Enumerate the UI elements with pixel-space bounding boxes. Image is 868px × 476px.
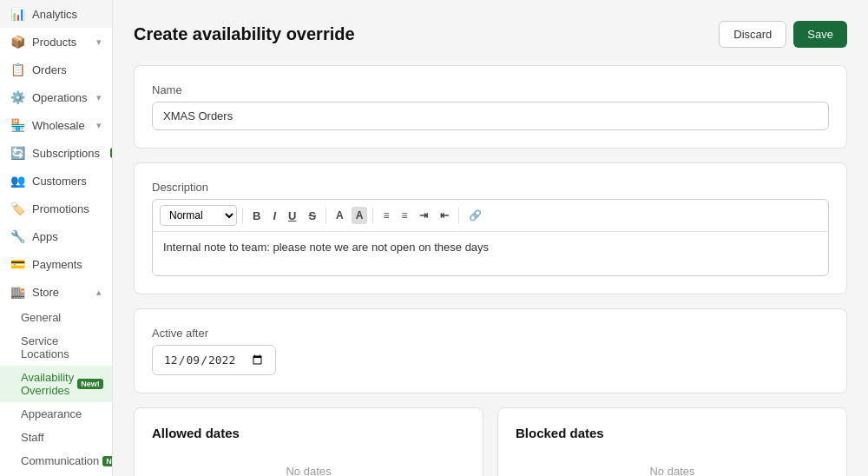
- highlight-button[interactable]: A: [352, 207, 368, 224]
- subscriptions-icon: 🔄: [10, 146, 25, 160]
- promotions-icon: 🏷️: [10, 202, 25, 215]
- sidebar-label-store: Store: [32, 286, 59, 299]
- analytics-icon: 📊: [10, 7, 25, 21]
- text-color-button[interactable]: A: [332, 207, 348, 224]
- toolbar-sep-4: [458, 208, 459, 223]
- sidebar-label-subscriptions: Subscriptions: [32, 147, 100, 160]
- editor-wrapper: Normal Heading 1 Heading 2 B I U S A A ≡…: [152, 199, 829, 276]
- chevron-down-icon: ▾: [96, 120, 102, 131]
- name-input[interactable]: [152, 102, 829, 130]
- description-label: Description: [152, 181, 829, 194]
- sidebar: 📊 Analytics 📦 Products ▾ 📋 Orders ⚙️ Ope…: [0, 0, 113, 476]
- blocked-dates-card: Blocked dates No dates + Add Dates: [497, 407, 847, 476]
- sidebar-sub-label-appearance: Appearance: [21, 407, 82, 420]
- sidebar-item-store[interactable]: 🏬 Store ▴: [0, 278, 112, 306]
- link-button[interactable]: 🔗: [464, 207, 486, 224]
- page-header: Create availability override Discard Sav…: [134, 21, 847, 48]
- sidebar-item-products[interactable]: 📦 Products ▾: [0, 28, 112, 56]
- sidebar-item-customers[interactable]: 👥 Customers: [0, 167, 112, 195]
- underline-button[interactable]: U: [284, 207, 300, 225]
- sidebar-item-operations[interactable]: ⚙️ Operations ▾: [0, 83, 112, 111]
- name-label: Name: [152, 83, 829, 96]
- sidebar-label-payments: Payments: [32, 258, 82, 271]
- toolbar-sep-1: [242, 208, 243, 223]
- sidebar-sub-item-staff[interactable]: Staff: [0, 426, 112, 449]
- blocked-dates-empty: No dates: [516, 451, 829, 476]
- products-icon: 📦: [10, 35, 25, 49]
- page-title: Create availability override: [134, 24, 355, 44]
- sidebar-sub-label-service-locations: Service Locations: [21, 334, 69, 360]
- strikethrough-button[interactable]: S: [304, 207, 320, 225]
- name-card: Name: [134, 65, 847, 149]
- editor-toolbar: Normal Heading 1 Heading 2 B I U S A A ≡…: [153, 200, 828, 232]
- unordered-list-button[interactable]: ≡: [397, 207, 411, 224]
- active-after-input[interactable]: [152, 345, 276, 375]
- sidebar-item-apps[interactable]: 🔧 Apps: [0, 222, 112, 250]
- description-text: Internal note to team: please note we ar…: [163, 241, 489, 254]
- chevron-up-icon: ▴: [96, 287, 102, 298]
- bold-button[interactable]: B: [248, 207, 265, 225]
- header-buttons: Discard Save: [719, 21, 847, 48]
- active-after-card: Active after: [134, 308, 847, 393]
- sidebar-item-payments[interactable]: 💳 Payments: [0, 250, 112, 278]
- communication-badge: New!: [102, 456, 113, 466]
- sidebar-item-subscriptions[interactable]: 🔄 Subscriptions New! ▾: [0, 139, 112, 167]
- sidebar-item-promotions[interactable]: 🏷️ Promotions: [0, 195, 112, 222]
- sidebar-item-analytics[interactable]: 📊 Analytics: [0, 0, 112, 28]
- allowed-dates-empty: No dates: [152, 451, 465, 476]
- allowed-dates-card: Allowed dates No dates + Add Dates: [134, 407, 483, 476]
- availability-overrides-badge: New!: [77, 379, 103, 389]
- format-select[interactable]: Normal Heading 1 Heading 2: [160, 205, 237, 226]
- chevron-down-icon: ▾: [96, 92, 102, 103]
- sidebar-sub-label-staff: Staff: [21, 431, 44, 444]
- sidebar-label-analytics: Analytics: [32, 8, 77, 21]
- dates-section: Allowed dates No dates + Add Dates Block…: [134, 407, 847, 476]
- sidebar-label-operations: Operations: [32, 91, 88, 104]
- description-card: Description Normal Heading 1 Heading 2 B…: [134, 162, 847, 294]
- sidebar-label-apps: Apps: [32, 230, 58, 243]
- sidebar-label-customers: Customers: [32, 175, 87, 188]
- operations-icon: ⚙️: [10, 90, 25, 104]
- customers-icon: 👥: [10, 174, 25, 188]
- sidebar-sub-item-communication[interactable]: Communication New!: [0, 449, 112, 473]
- main-content: Create availability override Discard Sav…: [113, 0, 868, 476]
- ordered-list-button[interactable]: ≡: [378, 207, 393, 224]
- orders-icon: 📋: [10, 63, 25, 76]
- sidebar-sub-label-communication: Communication: [21, 454, 99, 467]
- toolbar-sep-3: [372, 208, 373, 223]
- toolbar-sep-2: [326, 208, 326, 223]
- store-icon: 🏬: [10, 285, 25, 299]
- indent-button[interactable]: ⇥: [415, 207, 432, 224]
- save-button[interactable]: Save: [793, 21, 847, 48]
- sidebar-item-wholesale[interactable]: 🏪 Wholesale ▾: [0, 111, 112, 139]
- sidebar-sub-item-availability-overrides[interactable]: Availability Overrides New!: [0, 366, 112, 402]
- apps-icon: 🔧: [10, 229, 25, 243]
- sidebar-sub-item-general[interactable]: General: [0, 306, 112, 329]
- italic-button[interactable]: I: [268, 207, 280, 225]
- sidebar-sub-item-service-locations[interactable]: Service Locations: [0, 329, 112, 366]
- sidebar-label-promotions: Promotions: [32, 202, 89, 215]
- wholesale-icon: 🏪: [10, 118, 25, 132]
- payments-icon: 💳: [10, 257, 25, 271]
- outdent-button[interactable]: ⇤: [436, 207, 453, 224]
- sidebar-label-wholesale: Wholesale: [32, 119, 85, 132]
- sidebar-sub-label-availability-overrides: Availability Overrides: [21, 371, 74, 397]
- discard-button[interactable]: Discard: [719, 21, 786, 48]
- sidebar-label-orders: Orders: [32, 63, 67, 76]
- active-after-label: Active after: [152, 327, 829, 340]
- sidebar-label-products: Products: [32, 36, 76, 49]
- chevron-down-icon: ▾: [96, 36, 102, 48]
- sidebar-item-orders[interactable]: 📋 Orders: [0, 56, 112, 83]
- sidebar-item-help[interactable]: ❓ Help: [0, 473, 112, 476]
- blocked-dates-title: Blocked dates: [516, 426, 829, 440]
- sidebar-sub-item-appearance[interactable]: Appearance: [0, 402, 112, 426]
- sidebar-sub-label-general: General: [21, 311, 61, 324]
- allowed-dates-title: Allowed dates: [152, 426, 465, 440]
- description-editor[interactable]: Internal note to team: please note we ar…: [153, 232, 828, 275]
